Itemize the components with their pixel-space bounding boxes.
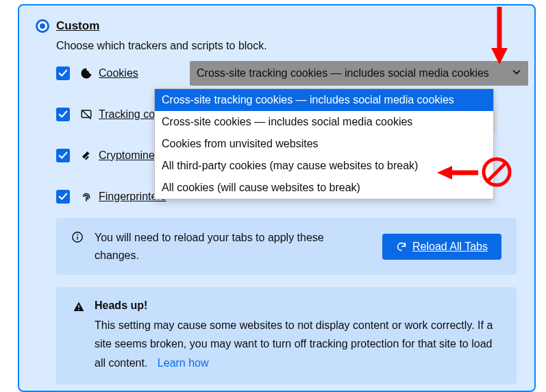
- chevron-down-icon: [512, 67, 521, 79]
- custom-radio[interactable]: [36, 19, 49, 33]
- tracking-label: Tracking con: [99, 108, 161, 121]
- warning-icon: [73, 301, 85, 316]
- svg-point-2: [87, 73, 88, 75]
- cookies-select-value: Cross-site tracking cookies — includes s…: [197, 67, 489, 79]
- heads-up-body: This setting may cause some websites to …: [95, 319, 493, 368]
- learn-how-link[interactable]: Learn how: [158, 357, 209, 369]
- reload-info-box: You will need to reload your tabs to app…: [56, 218, 517, 275]
- cryptominer-icon: [79, 149, 93, 162]
- cookies-dropdown: Cross-site tracking cookies — includes s…: [154, 88, 494, 199]
- svg-point-8: [77, 234, 78, 236]
- annotation-arrow-down: [489, 5, 510, 64]
- tracking-checkbox[interactable]: [56, 108, 70, 121]
- svg-rect-9: [78, 305, 79, 308]
- annotation-prohibit-icon: [481, 156, 512, 188]
- svg-marker-14: [437, 166, 452, 180]
- heads-up-title: Heads up!: [95, 299, 500, 312]
- reload-icon: [396, 241, 407, 252]
- cookies-select[interactable]: Cross-site tracking cookies — includes s…: [190, 61, 528, 86]
- cookies-label: Cookies: [99, 67, 138, 79]
- reload-all-tabs-button[interactable]: Reload All Tabs: [382, 234, 501, 260]
- svg-point-1: [84, 74, 86, 75]
- dropdown-item[interactable]: Cross-site tracking cookies — includes s…: [155, 89, 493, 111]
- svg-rect-10: [78, 309, 79, 310]
- reload-info-text: You will need to reload your tabs to app…: [95, 229, 341, 264]
- crypto-checkbox[interactable]: [56, 149, 70, 162]
- heads-up-box: Heads up! This setting may cause some we…: [56, 287, 517, 384]
- dropdown-item[interactable]: Cookies from unvisited websites: [155, 133, 493, 155]
- reload-button-label: Reload All Tabs: [412, 241, 488, 253]
- cookies-checkbox[interactable]: [56, 66, 70, 80]
- tracking-icon: [79, 108, 93, 121]
- cookie-icon: [79, 66, 93, 80]
- svg-line-16: [487, 162, 506, 182]
- annotation-arrow-left: [437, 164, 480, 181]
- dropdown-item[interactable]: Cross-site cookies — includes social med…: [155, 111, 493, 133]
- svg-point-0: [84, 71, 85, 73]
- fingerprint-icon: [79, 190, 93, 204]
- custom-title: Custom: [56, 19, 99, 33]
- custom-subtitle: Choose which trackers and scripts to blo…: [56, 40, 518, 52]
- crypto-label: Cryptominer: [99, 149, 158, 162]
- option-cookies-row: Cookies Cross-site tracking cookies — in…: [56, 64, 518, 82]
- svg-marker-12: [491, 48, 508, 64]
- info-icon: [71, 231, 84, 243]
- finger-checkbox[interactable]: [56, 190, 70, 204]
